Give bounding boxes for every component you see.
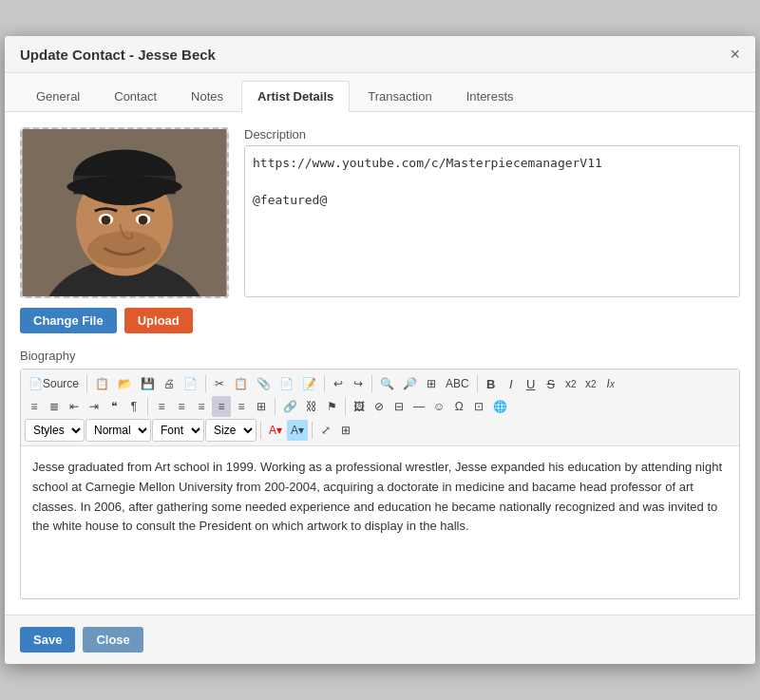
paste-plain-icon: 📄: [279, 377, 294, 390]
sep2: [205, 375, 206, 392]
description-input[interactable]: https://www.youtube.com/c/Masterpieceman…: [244, 145, 740, 297]
toolbar-row-3: Styles Normal Font Size A▾ A▾ ⤢: [25, 419, 735, 442]
blockquote-button[interactable]: ❝: [104, 396, 124, 417]
link-button[interactable]: 🔗: [279, 396, 301, 417]
new-doc-icon: 📋: [95, 377, 109, 390]
sep7: [275, 398, 276, 415]
sep1: [86, 375, 87, 392]
tab-notes[interactable]: Notes: [175, 81, 239, 111]
redo-button[interactable]: ↪: [349, 373, 368, 394]
change-file-button[interactable]: Change File: [20, 308, 117, 333]
select-all-button[interactable]: ⊞: [422, 373, 441, 394]
tab-interests[interactable]: Interests: [450, 81, 530, 111]
bold-button[interactable]: B: [482, 373, 501, 394]
source-button[interactable]: 📄 Source: [25, 373, 83, 394]
flash-button[interactable]: ⊘: [370, 396, 389, 417]
removeformat-button[interactable]: Ix: [601, 373, 620, 394]
spell-button[interactable]: ABC: [442, 373, 473, 394]
biography-editor: 📄 Source 📋 📂 💾 🖨: [20, 369, 740, 599]
align-right-button[interactable]: ≡: [192, 396, 211, 417]
align-extra-button[interactable]: ≡: [232, 396, 251, 417]
strikethrough-button[interactable]: S: [542, 373, 560, 394]
unordered-list-button[interactable]: ≡: [25, 396, 44, 417]
undo-button[interactable]: ↩: [329, 373, 348, 394]
anchor-button[interactable]: ⚑: [322, 396, 341, 417]
show-blocks-button[interactable]: 🌐: [489, 396, 511, 417]
select-all-icon: ⊞: [427, 377, 436, 390]
tab-contact[interactable]: Contact: [98, 81, 173, 111]
print-icon: 🖨: [163, 377, 175, 390]
image-button[interactable]: 🖼: [350, 396, 369, 417]
save-button[interactable]: Save: [20, 627, 75, 653]
smiley-button[interactable]: ☺: [429, 396, 448, 417]
outdent-button[interactable]: ⇤: [65, 396, 84, 417]
sep5: [477, 375, 478, 392]
photo-area: Change File Upload: [20, 127, 229, 333]
preview-icon: 📄: [183, 377, 198, 390]
showblocks-button[interactable]: ⊞: [336, 420, 355, 441]
font-select[interactable]: Font: [152, 419, 204, 442]
italic-button[interactable]: I: [502, 373, 521, 394]
description-area: Description https://www.youtube.com/c/Ma…: [244, 127, 740, 333]
styles-select[interactable]: Styles: [25, 419, 85, 442]
upload-button[interactable]: Upload: [124, 308, 193, 333]
paste-plain-button[interactable]: 📄: [276, 373, 297, 394]
contact-photo: [22, 129, 227, 296]
tab-general[interactable]: General: [20, 81, 96, 111]
tab-transaction[interactable]: Transaction: [352, 81, 447, 111]
tab-bar: General Contact Notes Artist Details Tra…: [5, 73, 755, 112]
new-doc-button[interactable]: 📋: [91, 373, 113, 394]
copy-button[interactable]: 📋: [230, 373, 252, 394]
paste-icon: 📎: [256, 377, 271, 390]
paste-word-button[interactable]: 📝: [298, 373, 320, 394]
unlink-button[interactable]: ⛓: [302, 396, 321, 417]
sep8: [345, 398, 346, 415]
modal-close-button[interactable]: ×: [730, 46, 740, 63]
replace-button[interactable]: 🔎: [399, 373, 421, 394]
modal-footer: Save Close: [5, 615, 755, 664]
bg-color-button[interactable]: A▾: [287, 420, 308, 441]
svg-point-10: [139, 216, 148, 225]
save-doc-button[interactable]: 💾: [137, 373, 159, 394]
subscript-button[interactable]: x2: [561, 373, 580, 394]
print-button[interactable]: 🖨: [160, 373, 179, 394]
photo-buttons: Change File Upload: [20, 308, 193, 333]
sep9: [260, 422, 261, 439]
size-select[interactable]: Size: [205, 419, 256, 442]
tab-artist-details[interactable]: Artist Details: [241, 81, 350, 112]
paste-word-icon: 📝: [302, 377, 316, 390]
align-center-button[interactable]: ≡: [172, 396, 191, 417]
close-button[interactable]: Close: [83, 627, 142, 653]
modal-body: Change File Upload Description https://w…: [5, 112, 755, 615]
source-icon: 📄: [28, 377, 43, 390]
ordered-list-button[interactable]: ≣: [45, 396, 64, 417]
hline-button[interactable]: —: [409, 396, 428, 417]
table-button[interactable]: ⊞: [252, 396, 271, 417]
modal-title: Update Contact - Jesse Beck: [20, 47, 216, 63]
font-color-button[interactable]: A▾: [265, 420, 286, 441]
underline-button[interactable]: U: [522, 373, 541, 394]
div-button[interactable]: ¶: [124, 396, 143, 417]
save-doc-icon: 💾: [141, 377, 155, 390]
align-justify-button[interactable]: ≡: [212, 396, 231, 417]
cut-button[interactable]: ✂: [210, 373, 229, 394]
svg-point-6: [66, 176, 181, 198]
special-char-button[interactable]: Ω: [449, 396, 468, 417]
biography-content[interactable]: Jesse graduated from Art school in 1999.…: [21, 446, 739, 598]
modal-header: Update Contact - Jesse Beck ×: [5, 36, 755, 73]
toolbar-row-2: ≡ ≣ ⇤ ⇥ ❝ ¶ ≡ ≡ ≡ ≡ ≡ ⊞ 🔗 ⛓ ⚑: [25, 396, 735, 417]
paste-button[interactable]: 📎: [253, 373, 275, 394]
find-button[interactable]: 🔍: [376, 373, 398, 394]
iframe-button[interactable]: ⊡: [469, 396, 488, 417]
table2-button[interactable]: ⊟: [390, 396, 408, 417]
superscript-button[interactable]: x2: [581, 373, 600, 394]
open-button[interactable]: 📂: [114, 373, 136, 394]
copy-icon: 📋: [234, 377, 248, 390]
format-select[interactable]: Normal: [86, 419, 151, 442]
modal-dialog: Update Contact - Jesse Beck × General Co…: [5, 36, 755, 664]
redo-icon: ↪: [353, 377, 363, 390]
align-left-button[interactable]: ≡: [152, 396, 171, 417]
indent-button[interactable]: ⇥: [85, 396, 104, 417]
maximize-button[interactable]: ⤢: [316, 420, 335, 441]
preview-button[interactable]: 📄: [180, 373, 201, 394]
